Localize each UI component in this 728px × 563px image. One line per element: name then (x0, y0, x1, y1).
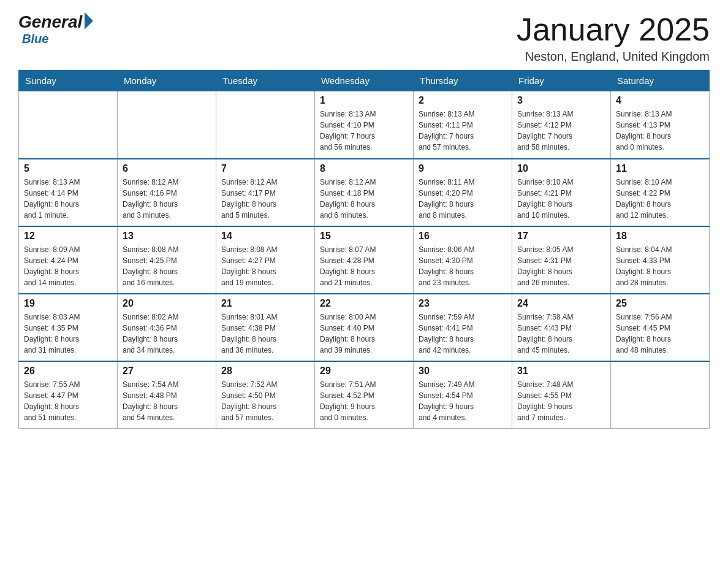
title-section: January 2025 Neston, England, United Kin… (517, 12, 710, 64)
day-info: Sunrise: 7:54 AMSunset: 4:48 PMDaylight:… (123, 379, 211, 423)
day-number: 26 (24, 366, 112, 377)
calendar-cell: 15Sunrise: 8:07 AMSunset: 4:28 PMDayligh… (315, 226, 414, 294)
calendar-cell (19, 91, 118, 159)
day-info: Sunrise: 8:13 AMSunset: 4:13 PMDaylight:… (616, 109, 704, 153)
calendar-cell: 10Sunrise: 8:10 AMSunset: 4:21 PMDayligh… (512, 159, 611, 226)
day-number: 24 (517, 298, 605, 309)
calendar-cell: 8Sunrise: 8:12 AMSunset: 4:18 PMDaylight… (315, 159, 414, 226)
day-number: 9 (419, 163, 507, 174)
calendar-cell: 9Sunrise: 8:11 AMSunset: 4:20 PMDaylight… (414, 159, 512, 226)
day-number: 1 (320, 95, 408, 106)
calendar-cell: 29Sunrise: 7:51 AMSunset: 4:52 PMDayligh… (315, 361, 414, 429)
day-info: Sunrise: 8:09 AMSunset: 4:24 PMDaylight:… (24, 244, 112, 288)
day-number: 13 (123, 231, 211, 242)
day-number: 19 (24, 298, 112, 309)
day-info: Sunrise: 8:03 AMSunset: 4:35 PMDaylight:… (24, 312, 112, 356)
calendar-cell: 21Sunrise: 8:01 AMSunset: 4:38 PMDayligh… (216, 294, 315, 361)
calendar-cell (118, 91, 216, 159)
day-info: Sunrise: 8:08 AMSunset: 4:25 PMDaylight:… (123, 244, 211, 288)
calendar-cell: 19Sunrise: 8:03 AMSunset: 4:35 PMDayligh… (19, 294, 118, 361)
day-info: Sunrise: 8:05 AMSunset: 4:31 PMDaylight:… (517, 244, 605, 288)
calendar-cell: 30Sunrise: 7:49 AMSunset: 4:54 PMDayligh… (414, 361, 512, 429)
day-info: Sunrise: 8:00 AMSunset: 4:40 PMDaylight:… (320, 312, 408, 356)
day-info: Sunrise: 8:08 AMSunset: 4:27 PMDaylight:… (221, 244, 309, 288)
day-number: 28 (221, 366, 309, 377)
calendar-cell: 24Sunrise: 7:58 AMSunset: 4:43 PMDayligh… (512, 294, 611, 361)
day-info: Sunrise: 8:11 AMSunset: 4:20 PMDaylight:… (419, 177, 507, 221)
week-row-1: 5Sunrise: 8:13 AMSunset: 4:14 PMDaylight… (19, 159, 710, 226)
day-info: Sunrise: 8:10 AMSunset: 4:21 PMDaylight:… (517, 177, 605, 221)
day-info: Sunrise: 7:59 AMSunset: 4:41 PMDaylight:… (419, 312, 507, 356)
week-row-2: 12Sunrise: 8:09 AMSunset: 4:24 PMDayligh… (19, 226, 710, 294)
calendar-cell: 26Sunrise: 7:55 AMSunset: 4:47 PMDayligh… (19, 361, 118, 429)
header-day-tuesday: Tuesday (216, 71, 315, 91)
month-title: January 2025 (517, 12, 710, 47)
day-info: Sunrise: 8:13 AMSunset: 4:14 PMDaylight:… (24, 177, 112, 221)
header-day-sunday: Sunday (19, 71, 118, 91)
day-number: 27 (123, 366, 211, 377)
calendar-cell: 4Sunrise: 8:13 AMSunset: 4:13 PMDaylight… (611, 91, 710, 159)
calendar-cell: 17Sunrise: 8:05 AMSunset: 4:31 PMDayligh… (512, 226, 611, 294)
calendar-cell: 22Sunrise: 8:00 AMSunset: 4:40 PMDayligh… (315, 294, 414, 361)
day-info: Sunrise: 8:02 AMSunset: 4:36 PMDaylight:… (123, 312, 211, 356)
day-info: Sunrise: 8:12 AMSunset: 4:17 PMDaylight:… (221, 177, 309, 221)
day-info: Sunrise: 8:13 AMSunset: 4:11 PMDaylight:… (419, 109, 507, 153)
calendar-cell: 31Sunrise: 7:48 AMSunset: 4:55 PMDayligh… (512, 361, 611, 429)
header-day-thursday: Thursday (414, 71, 512, 91)
day-number: 15 (320, 231, 408, 242)
day-number: 23 (419, 298, 507, 309)
calendar-cell: 25Sunrise: 7:56 AMSunset: 4:45 PMDayligh… (611, 294, 710, 361)
day-info: Sunrise: 8:07 AMSunset: 4:28 PMDaylight:… (320, 244, 408, 288)
day-number: 7 (221, 163, 309, 174)
day-number: 31 (517, 366, 605, 377)
day-info: Sunrise: 7:51 AMSunset: 4:52 PMDaylight:… (320, 379, 408, 423)
page-header: General Blue January 2025 Neston, Englan… (18, 12, 710, 64)
day-number: 18 (616, 231, 704, 242)
calendar-cell: 6Sunrise: 8:12 AMSunset: 4:16 PMDaylight… (118, 159, 216, 226)
header-day-friday: Friday (512, 71, 611, 91)
calendar-cell: 23Sunrise: 7:59 AMSunset: 4:41 PMDayligh… (414, 294, 512, 361)
calendar-cell (611, 361, 710, 429)
calendar-cell: 16Sunrise: 8:06 AMSunset: 4:30 PMDayligh… (414, 226, 512, 294)
day-number: 30 (419, 366, 507, 377)
calendar-cell: 14Sunrise: 8:08 AMSunset: 4:27 PMDayligh… (216, 226, 315, 294)
day-number: 22 (320, 298, 408, 309)
calendar-cell: 7Sunrise: 8:12 AMSunset: 4:17 PMDaylight… (216, 159, 315, 226)
header-day-monday: Monday (118, 71, 216, 91)
day-info: Sunrise: 8:12 AMSunset: 4:18 PMDaylight:… (320, 177, 408, 221)
calendar-cell: 12Sunrise: 8:09 AMSunset: 4:24 PMDayligh… (19, 226, 118, 294)
calendar-cell: 13Sunrise: 8:08 AMSunset: 4:25 PMDayligh… (118, 226, 216, 294)
week-row-4: 26Sunrise: 7:55 AMSunset: 4:47 PMDayligh… (19, 361, 710, 429)
day-info: Sunrise: 8:01 AMSunset: 4:38 PMDaylight:… (221, 312, 309, 356)
calendar-cell: 3Sunrise: 8:13 AMSunset: 4:12 PMDaylight… (512, 91, 611, 159)
day-info: Sunrise: 8:12 AMSunset: 4:16 PMDaylight:… (123, 177, 211, 221)
logo-general-text: General (18, 12, 82, 32)
day-info: Sunrise: 8:13 AMSunset: 4:10 PMDaylight:… (320, 109, 408, 153)
day-number: 5 (24, 163, 112, 174)
calendar-cell: 2Sunrise: 8:13 AMSunset: 4:11 PMDaylight… (414, 91, 512, 159)
calendar-cell: 28Sunrise: 7:52 AMSunset: 4:50 PMDayligh… (216, 361, 315, 429)
day-number: 14 (221, 231, 309, 242)
day-info: Sunrise: 8:13 AMSunset: 4:12 PMDaylight:… (517, 109, 605, 153)
day-number: 16 (419, 231, 507, 242)
week-row-3: 19Sunrise: 8:03 AMSunset: 4:35 PMDayligh… (19, 294, 710, 361)
day-number: 6 (123, 163, 211, 174)
day-info: Sunrise: 7:55 AMSunset: 4:47 PMDaylight:… (24, 379, 112, 423)
day-info: Sunrise: 7:56 AMSunset: 4:45 PMDaylight:… (616, 312, 704, 356)
week-row-0: 1Sunrise: 8:13 AMSunset: 4:10 PMDaylight… (19, 91, 710, 159)
day-number: 17 (517, 231, 605, 242)
logo-triangle-icon (85, 12, 93, 29)
calendar-cell: 11Sunrise: 8:10 AMSunset: 4:22 PMDayligh… (611, 159, 710, 226)
day-number: 3 (517, 95, 605, 106)
day-number: 29 (320, 366, 408, 377)
day-info: Sunrise: 7:58 AMSunset: 4:43 PMDaylight:… (517, 312, 605, 356)
day-number: 25 (616, 298, 704, 309)
calendar-cell: 20Sunrise: 8:02 AMSunset: 4:36 PMDayligh… (118, 294, 216, 361)
logo-blue-text: Blue (21, 32, 48, 46)
day-number: 2 (419, 95, 507, 106)
calendar-cell: 27Sunrise: 7:54 AMSunset: 4:48 PMDayligh… (118, 361, 216, 429)
header-day-saturday: Saturday (611, 71, 710, 91)
day-info: Sunrise: 7:48 AMSunset: 4:55 PMDaylight:… (517, 379, 605, 423)
day-number: 11 (616, 163, 704, 174)
day-number: 20 (123, 298, 211, 309)
